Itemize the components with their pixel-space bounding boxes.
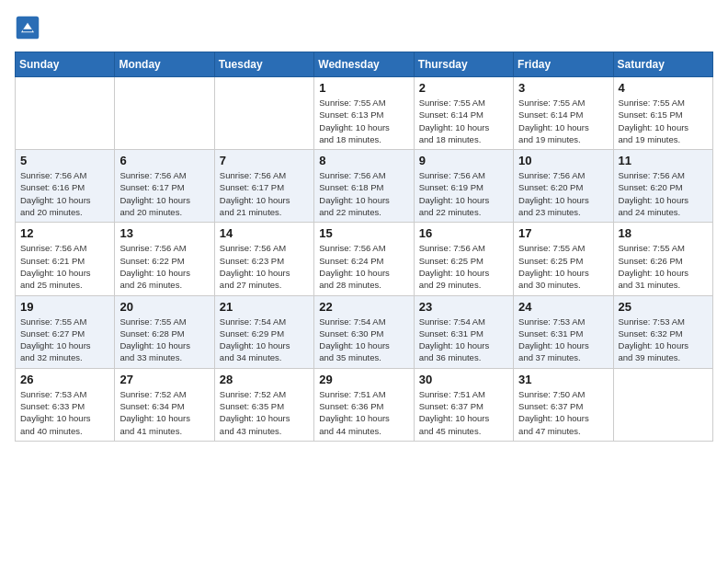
- day-number: 21: [220, 300, 309, 314]
- day-info: Sunrise: 7:56 AM Sunset: 6:20 PM Dayligh…: [518, 169, 608, 218]
- day-number: 6: [119, 154, 209, 167]
- calendar-week-row: 1Sunrise: 7:55 AM Sunset: 6:13 PM Daylig…: [16, 77, 713, 150]
- day-info: Sunrise: 7:52 AM Sunset: 6:35 PM Dayligh…: [220, 388, 309, 437]
- calendar-cell: 17Sunrise: 7:55 AM Sunset: 6:25 PM Dayli…: [514, 223, 613, 295]
- day-info: Sunrise: 7:55 AM Sunset: 6:28 PM Dayligh…: [119, 316, 209, 364]
- day-header-tuesday: Tuesday: [214, 52, 313, 77]
- calendar-cell: 12Sunrise: 7:56 AM Sunset: 6:21 PM Dayli…: [16, 223, 115, 295]
- day-number: 24: [518, 300, 608, 314]
- calendar-week-row: 26Sunrise: 7:53 AM Sunset: 6:33 PM Dayli…: [16, 368, 713, 441]
- calendar-header-row: SundayMondayTuesdayWednesdayThursdayFrid…: [16, 52, 713, 77]
- day-info: Sunrise: 7:53 AM Sunset: 6:31 PM Dayligh…: [518, 316, 608, 364]
- day-info: Sunrise: 7:55 AM Sunset: 6:25 PM Dayligh…: [518, 242, 608, 291]
- calendar-cell: 2Sunrise: 7:55 AM Sunset: 6:14 PM Daylig…: [414, 77, 513, 150]
- day-info: Sunrise: 7:53 AM Sunset: 6:33 PM Dayligh…: [20, 388, 109, 437]
- day-info: Sunrise: 7:56 AM Sunset: 6:18 PM Dayligh…: [319, 169, 408, 218]
- day-number: 9: [419, 154, 508, 167]
- day-number: 3: [518, 81, 608, 95]
- day-info: Sunrise: 7:52 AM Sunset: 6:34 PM Dayligh…: [119, 388, 209, 437]
- calendar-week-row: 12Sunrise: 7:56 AM Sunset: 6:21 PM Dayli…: [16, 223, 713, 295]
- day-info: Sunrise: 7:56 AM Sunset: 6:16 PM Dayligh…: [20, 169, 109, 218]
- day-header-friday: Friday: [514, 52, 613, 77]
- calendar-week-row: 5Sunrise: 7:56 AM Sunset: 6:16 PM Daylig…: [16, 150, 713, 223]
- day-info: Sunrise: 7:56 AM Sunset: 6:24 PM Dayligh…: [319, 242, 408, 291]
- day-info: Sunrise: 7:56 AM Sunset: 6:19 PM Dayligh…: [419, 169, 508, 218]
- calendar-cell: 16Sunrise: 7:56 AM Sunset: 6:25 PM Dayli…: [414, 223, 513, 295]
- calendar-cell: 6Sunrise: 7:56 AM Sunset: 6:17 PM Daylig…: [115, 150, 214, 223]
- calendar-cell: 28Sunrise: 7:52 AM Sunset: 6:35 PM Dayli…: [214, 368, 313, 441]
- calendar-cell: 29Sunrise: 7:51 AM Sunset: 6:36 PM Dayli…: [314, 368, 414, 441]
- logo: [15, 15, 44, 40]
- calendar-cell: 1Sunrise: 7:55 AM Sunset: 6:13 PM Daylig…: [314, 77, 414, 150]
- calendar-cell: 3Sunrise: 7:55 AM Sunset: 6:14 PM Daylig…: [514, 77, 613, 150]
- day-number: 11: [619, 154, 708, 167]
- day-info: Sunrise: 7:53 AM Sunset: 6:32 PM Dayligh…: [619, 316, 708, 364]
- day-number: 2: [419, 81, 508, 95]
- day-number: 5: [20, 154, 109, 167]
- calendar-cell: [613, 368, 712, 441]
- svg-rect-2: [23, 29, 33, 32]
- day-number: 18: [619, 226, 708, 240]
- calendar-cell: [16, 77, 115, 150]
- day-header-thursday: Thursday: [414, 52, 513, 77]
- day-number: 28: [220, 373, 309, 386]
- calendar-cell: 24Sunrise: 7:53 AM Sunset: 6:31 PM Dayli…: [514, 295, 613, 368]
- calendar-week-row: 19Sunrise: 7:55 AM Sunset: 6:27 PM Dayli…: [16, 295, 713, 368]
- day-info: Sunrise: 7:51 AM Sunset: 6:36 PM Dayligh…: [319, 388, 408, 437]
- day-info: Sunrise: 7:54 AM Sunset: 6:31 PM Dayligh…: [419, 316, 508, 364]
- calendar-cell: 7Sunrise: 7:56 AM Sunset: 6:17 PM Daylig…: [214, 150, 313, 223]
- day-info: Sunrise: 7:50 AM Sunset: 6:37 PM Dayligh…: [518, 388, 608, 437]
- day-number: 25: [619, 300, 708, 314]
- calendar-cell: 9Sunrise: 7:56 AM Sunset: 6:19 PM Daylig…: [414, 150, 513, 223]
- calendar-cell: 18Sunrise: 7:55 AM Sunset: 6:26 PM Dayli…: [613, 223, 712, 295]
- calendar: SundayMondayTuesdayWednesdayThursdayFrid…: [15, 52, 713, 442]
- day-info: Sunrise: 7:55 AM Sunset: 6:14 PM Dayligh…: [518, 97, 608, 145]
- day-header-wednesday: Wednesday: [314, 52, 414, 77]
- calendar-cell: 14Sunrise: 7:56 AM Sunset: 6:23 PM Dayli…: [214, 223, 313, 295]
- day-info: Sunrise: 7:51 AM Sunset: 6:37 PM Dayligh…: [419, 388, 508, 437]
- calendar-cell: 19Sunrise: 7:55 AM Sunset: 6:27 PM Dayli…: [16, 295, 115, 368]
- day-number: 7: [220, 154, 309, 167]
- day-info: Sunrise: 7:55 AM Sunset: 6:13 PM Dayligh…: [319, 97, 408, 145]
- day-number: 20: [119, 300, 209, 314]
- day-info: Sunrise: 7:56 AM Sunset: 6:25 PM Dayligh…: [419, 242, 508, 291]
- calendar-cell: [214, 77, 313, 150]
- day-info: Sunrise: 7:55 AM Sunset: 6:26 PM Dayligh…: [619, 242, 708, 291]
- calendar-cell: 31Sunrise: 7:50 AM Sunset: 6:37 PM Dayli…: [514, 368, 613, 441]
- day-number: 17: [518, 226, 608, 240]
- calendar-cell: 4Sunrise: 7:55 AM Sunset: 6:15 PM Daylig…: [613, 77, 712, 150]
- page-header: [15, 15, 713, 40]
- calendar-cell: 20Sunrise: 7:55 AM Sunset: 6:28 PM Dayli…: [115, 295, 214, 368]
- calendar-cell: 21Sunrise: 7:54 AM Sunset: 6:29 PM Dayli…: [214, 295, 313, 368]
- day-number: 19: [20, 300, 109, 314]
- day-number: 1: [319, 81, 408, 95]
- day-info: Sunrise: 7:56 AM Sunset: 6:21 PM Dayligh…: [20, 242, 109, 291]
- day-info: Sunrise: 7:56 AM Sunset: 6:20 PM Dayligh…: [619, 169, 708, 218]
- day-number: 12: [20, 226, 109, 240]
- day-number: 22: [319, 300, 408, 314]
- calendar-cell: 10Sunrise: 7:56 AM Sunset: 6:20 PM Dayli…: [514, 150, 613, 223]
- calendar-cell: [115, 77, 214, 150]
- calendar-cell: 15Sunrise: 7:56 AM Sunset: 6:24 PM Dayli…: [314, 223, 414, 295]
- day-info: Sunrise: 7:55 AM Sunset: 6:15 PM Dayligh…: [619, 97, 708, 145]
- calendar-cell: 22Sunrise: 7:54 AM Sunset: 6:30 PM Dayli…: [314, 295, 414, 368]
- day-number: 10: [518, 154, 608, 167]
- day-number: 8: [319, 154, 408, 167]
- day-number: 27: [119, 373, 209, 386]
- day-info: Sunrise: 7:54 AM Sunset: 6:29 PM Dayligh…: [220, 316, 309, 364]
- day-info: Sunrise: 7:56 AM Sunset: 6:22 PM Dayligh…: [119, 242, 209, 291]
- day-number: 13: [119, 226, 209, 240]
- calendar-cell: 5Sunrise: 7:56 AM Sunset: 6:16 PM Daylig…: [16, 150, 115, 223]
- calendar-cell: 23Sunrise: 7:54 AM Sunset: 6:31 PM Dayli…: [414, 295, 513, 368]
- day-number: 26: [20, 373, 109, 386]
- day-number: 4: [619, 81, 708, 95]
- day-header-sunday: Sunday: [16, 52, 115, 77]
- calendar-cell: 8Sunrise: 7:56 AM Sunset: 6:18 PM Daylig…: [314, 150, 414, 223]
- day-number: 14: [220, 226, 309, 240]
- calendar-cell: 13Sunrise: 7:56 AM Sunset: 6:22 PM Dayli…: [115, 223, 214, 295]
- calendar-cell: 27Sunrise: 7:52 AM Sunset: 6:34 PM Dayli…: [115, 368, 214, 441]
- day-header-monday: Monday: [115, 52, 214, 77]
- day-info: Sunrise: 7:55 AM Sunset: 6:27 PM Dayligh…: [20, 316, 109, 364]
- day-number: 30: [419, 373, 508, 386]
- calendar-cell: 11Sunrise: 7:56 AM Sunset: 6:20 PM Dayli…: [613, 150, 712, 223]
